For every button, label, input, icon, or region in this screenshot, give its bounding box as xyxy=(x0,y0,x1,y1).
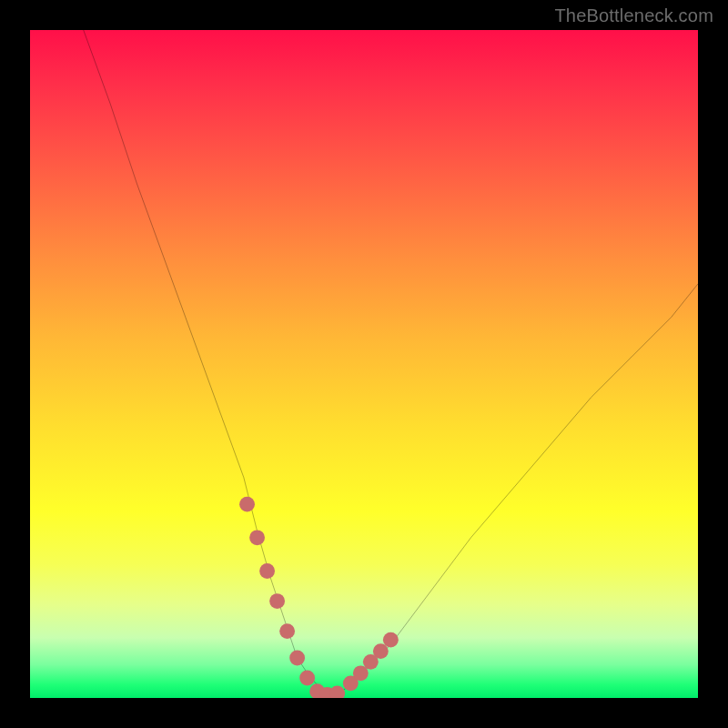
marker-dot xyxy=(239,497,255,512)
marker-dot xyxy=(329,685,345,698)
chart-frame: TheBottleneck.com xyxy=(0,0,728,728)
watermark-label: TheBottleneck.com xyxy=(554,5,713,26)
marker-dot xyxy=(383,632,399,648)
marker-dot xyxy=(259,563,275,579)
marker-dot xyxy=(279,623,295,639)
marker-layer xyxy=(30,30,698,698)
marker-dot xyxy=(269,593,285,609)
marker-dot xyxy=(299,671,315,686)
plot-area xyxy=(30,30,698,698)
marker-group xyxy=(239,497,399,698)
marker-dot xyxy=(289,651,305,666)
marker-dot xyxy=(249,530,265,545)
